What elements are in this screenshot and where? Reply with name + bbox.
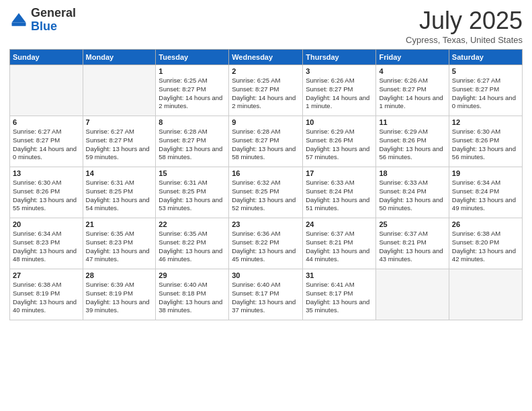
weekday-header-row: Sunday Monday Tuesday Wednesday Thursday… bbox=[10, 50, 523, 65]
day-number: 31 bbox=[306, 271, 373, 279]
day-number: 21 bbox=[86, 220, 153, 228]
logo: General Blue bbox=[9, 7, 76, 34]
calendar-cell: 23Sunrise: 6:36 AM Sunset: 8:22 PM Dayli… bbox=[229, 218, 303, 269]
day-number: 3 bbox=[306, 67, 373, 75]
day-info: Sunrise: 6:26 AM Sunset: 8:27 PM Dayligh… bbox=[379, 77, 445, 111]
month-title: July 2025 bbox=[406, 7, 523, 35]
calendar-cell: 7Sunrise: 6:27 AM Sunset: 8:27 PM Daylig… bbox=[83, 116, 156, 167]
day-number: 2 bbox=[232, 67, 300, 75]
day-info: Sunrise: 6:38 AM Sunset: 8:20 PM Dayligh… bbox=[452, 230, 519, 264]
day-info: Sunrise: 6:38 AM Sunset: 8:19 PM Dayligh… bbox=[13, 281, 80, 315]
calendar-cell: 14Sunrise: 6:31 AM Sunset: 8:25 PM Dayli… bbox=[83, 167, 156, 218]
calendar-cell bbox=[83, 65, 156, 116]
day-info: Sunrise: 6:36 AM Sunset: 8:22 PM Dayligh… bbox=[232, 230, 300, 264]
calendar-cell: 13Sunrise: 6:30 AM Sunset: 8:26 PM Dayli… bbox=[10, 167, 83, 218]
calendar-cell: 24Sunrise: 6:37 AM Sunset: 8:21 PM Dayli… bbox=[303, 218, 376, 269]
day-info: Sunrise: 6:37 AM Sunset: 8:21 PM Dayligh… bbox=[306, 230, 373, 264]
calendar-cell: 15Sunrise: 6:31 AM Sunset: 8:25 PM Dayli… bbox=[156, 167, 229, 218]
location-subtitle: Cypress, Texas, United States bbox=[406, 35, 523, 45]
day-number: 18 bbox=[379, 169, 445, 177]
day-info: Sunrise: 6:33 AM Sunset: 8:24 PM Dayligh… bbox=[379, 179, 445, 213]
day-info: Sunrise: 6:34 AM Sunset: 8:24 PM Dayligh… bbox=[452, 179, 519, 213]
day-number: 14 bbox=[86, 169, 153, 177]
day-number: 12 bbox=[452, 118, 519, 126]
svg-rect-1 bbox=[12, 22, 26, 26]
day-number: 19 bbox=[452, 169, 519, 177]
day-number: 5 bbox=[452, 67, 519, 75]
day-number: 13 bbox=[13, 169, 80, 177]
logo-icon bbox=[9, 11, 28, 30]
day-info: Sunrise: 6:25 AM Sunset: 8:27 PM Dayligh… bbox=[232, 77, 300, 111]
calendar-cell: 6Sunrise: 6:27 AM Sunset: 8:27 PM Daylig… bbox=[10, 116, 83, 167]
calendar-cell: 1Sunrise: 6:25 AM Sunset: 8:27 PM Daylig… bbox=[156, 65, 229, 116]
day-number: 20 bbox=[13, 220, 80, 228]
calendar-cell: 30Sunrise: 6:40 AM Sunset: 8:17 PM Dayli… bbox=[229, 269, 303, 320]
day-number: 16 bbox=[232, 169, 300, 177]
day-number: 26 bbox=[452, 220, 519, 228]
day-info: Sunrise: 6:27 AM Sunset: 8:27 PM Dayligh… bbox=[13, 128, 80, 162]
calendar-cell: 19Sunrise: 6:34 AM Sunset: 8:24 PM Dayli… bbox=[449, 167, 522, 218]
day-info: Sunrise: 6:26 AM Sunset: 8:27 PM Dayligh… bbox=[306, 77, 373, 111]
calendar-cell: 21Sunrise: 6:35 AM Sunset: 8:23 PM Dayli… bbox=[83, 218, 156, 269]
svg-marker-0 bbox=[12, 13, 26, 22]
day-info: Sunrise: 6:29 AM Sunset: 8:26 PM Dayligh… bbox=[379, 128, 445, 162]
day-number: 27 bbox=[13, 271, 80, 279]
page-container: General Blue July 2025 Cypress, Texas, U… bbox=[0, 0, 532, 327]
day-info: Sunrise: 6:33 AM Sunset: 8:24 PM Dayligh… bbox=[306, 179, 373, 213]
day-number: 30 bbox=[232, 271, 300, 279]
day-info: Sunrise: 6:27 AM Sunset: 8:27 PM Dayligh… bbox=[452, 77, 519, 111]
day-number: 28 bbox=[86, 271, 153, 279]
day-number: 23 bbox=[232, 220, 300, 228]
calendar-cell: 5Sunrise: 6:27 AM Sunset: 8:27 PM Daylig… bbox=[449, 65, 522, 116]
calendar-week-3: 13Sunrise: 6:30 AM Sunset: 8:26 PM Dayli… bbox=[10, 167, 523, 218]
calendar-table: Sunday Monday Tuesday Wednesday Thursday… bbox=[9, 49, 523, 320]
calendar-cell: 12Sunrise: 6:30 AM Sunset: 8:26 PM Dayli… bbox=[449, 116, 522, 167]
header-thursday: Thursday bbox=[303, 50, 376, 65]
day-info: Sunrise: 6:31 AM Sunset: 8:25 PM Dayligh… bbox=[86, 179, 153, 213]
calendar-cell: 29Sunrise: 6:40 AM Sunset: 8:18 PM Dayli… bbox=[156, 269, 229, 320]
day-info: Sunrise: 6:34 AM Sunset: 8:23 PM Dayligh… bbox=[13, 230, 80, 264]
calendar-cell bbox=[449, 269, 522, 320]
calendar-week-4: 20Sunrise: 6:34 AM Sunset: 8:23 PM Dayli… bbox=[10, 218, 523, 269]
day-info: Sunrise: 6:39 AM Sunset: 8:19 PM Dayligh… bbox=[86, 281, 153, 315]
calendar-cell: 10Sunrise: 6:29 AM Sunset: 8:26 PM Dayli… bbox=[303, 116, 376, 167]
day-number: 7 bbox=[86, 118, 153, 126]
calendar-cell: 20Sunrise: 6:34 AM Sunset: 8:23 PM Dayli… bbox=[10, 218, 83, 269]
calendar-cell: 9Sunrise: 6:28 AM Sunset: 8:27 PM Daylig… bbox=[229, 116, 303, 167]
calendar-cell: 22Sunrise: 6:35 AM Sunset: 8:22 PM Dayli… bbox=[156, 218, 229, 269]
day-info: Sunrise: 6:28 AM Sunset: 8:27 PM Dayligh… bbox=[159, 128, 226, 162]
day-number: 6 bbox=[13, 118, 80, 126]
day-number: 15 bbox=[159, 169, 226, 177]
day-number: 1 bbox=[159, 67, 226, 75]
header-sunday: Sunday bbox=[10, 50, 83, 65]
day-number: 10 bbox=[306, 118, 373, 126]
day-info: Sunrise: 6:25 AM Sunset: 8:27 PM Dayligh… bbox=[159, 77, 226, 111]
header-wednesday: Wednesday bbox=[229, 50, 303, 65]
calendar-week-1: 1Sunrise: 6:25 AM Sunset: 8:27 PM Daylig… bbox=[10, 65, 523, 116]
day-number: 29 bbox=[159, 271, 226, 279]
day-info: Sunrise: 6:40 AM Sunset: 8:17 PM Dayligh… bbox=[232, 281, 300, 315]
day-info: Sunrise: 6:27 AM Sunset: 8:27 PM Dayligh… bbox=[86, 128, 153, 162]
day-info: Sunrise: 6:30 AM Sunset: 8:26 PM Dayligh… bbox=[452, 128, 519, 162]
day-number: 24 bbox=[306, 220, 373, 228]
calendar-cell bbox=[10, 65, 83, 116]
day-number: 9 bbox=[232, 118, 300, 126]
calendar-cell: 4Sunrise: 6:26 AM Sunset: 8:27 PM Daylig… bbox=[376, 65, 449, 116]
day-info: Sunrise: 6:30 AM Sunset: 8:26 PM Dayligh… bbox=[13, 179, 80, 213]
logo-text: General Blue bbox=[31, 7, 76, 34]
logo-blue: Blue bbox=[31, 19, 57, 33]
header: General Blue July 2025 Cypress, Texas, U… bbox=[9, 7, 523, 45]
calendar-cell: 27Sunrise: 6:38 AM Sunset: 8:19 PM Dayli… bbox=[10, 269, 83, 320]
calendar-cell: 28Sunrise: 6:39 AM Sunset: 8:19 PM Dayli… bbox=[83, 269, 156, 320]
calendar-cell: 2Sunrise: 6:25 AM Sunset: 8:27 PM Daylig… bbox=[229, 65, 303, 116]
day-number: 11 bbox=[379, 118, 445, 126]
day-info: Sunrise: 6:41 AM Sunset: 8:17 PM Dayligh… bbox=[306, 281, 373, 315]
calendar-cell: 17Sunrise: 6:33 AM Sunset: 8:24 PM Dayli… bbox=[303, 167, 376, 218]
title-block: July 2025 Cypress, Texas, United States bbox=[406, 7, 523, 45]
day-number: 22 bbox=[159, 220, 226, 228]
calendar-cell: 16Sunrise: 6:32 AM Sunset: 8:25 PM Dayli… bbox=[229, 167, 303, 218]
day-info: Sunrise: 6:35 AM Sunset: 8:23 PM Dayligh… bbox=[86, 230, 153, 264]
calendar-week-5: 27Sunrise: 6:38 AM Sunset: 8:19 PM Dayli… bbox=[10, 269, 523, 320]
day-info: Sunrise: 6:32 AM Sunset: 8:25 PM Dayligh… bbox=[232, 179, 300, 213]
day-info: Sunrise: 6:37 AM Sunset: 8:21 PM Dayligh… bbox=[379, 230, 445, 264]
